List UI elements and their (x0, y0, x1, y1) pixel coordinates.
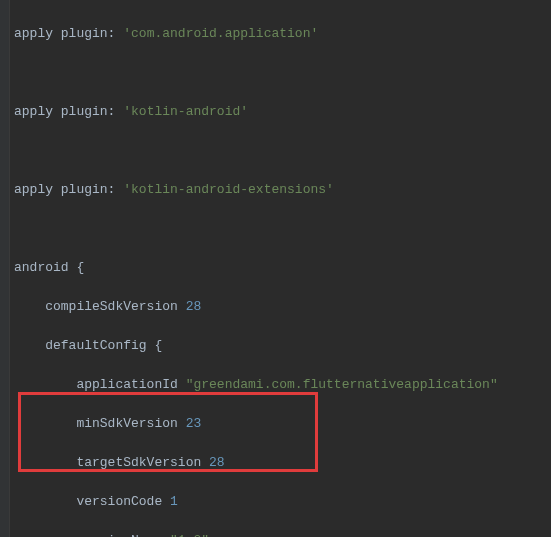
number: 23 (186, 416, 202, 431)
text: compileSdkVersion (14, 299, 186, 314)
string: "greendami.com.flutternativeapplication" (186, 377, 498, 392)
editor-gutter (0, 0, 10, 537)
code-line[interactable]: versionCode 1 (14, 492, 551, 512)
code-line[interactable] (14, 219, 551, 239)
code-line[interactable] (14, 63, 551, 83)
code-editor[interactable]: apply plugin: 'com.android.application' … (0, 0, 551, 537)
code-line[interactable]: apply plugin: 'kotlin-android-extensions… (14, 180, 551, 200)
keyword: apply (14, 104, 53, 119)
number: 1 (170, 494, 178, 509)
code-line[interactable]: minSdkVersion 23 (14, 414, 551, 434)
string: 'com.android.application' (123, 26, 318, 41)
code-line[interactable]: apply plugin: 'kotlin-android' (14, 102, 551, 122)
text: minSdkVersion (14, 416, 186, 431)
text: plugin: (53, 104, 123, 119)
text: plugin: (53, 182, 123, 197)
number: 28 (209, 455, 225, 470)
text: android { (14, 260, 84, 275)
text: versionName (14, 533, 170, 538)
text: versionCode (14, 494, 170, 509)
number: 28 (186, 299, 202, 314)
code-line[interactable]: targetSdkVersion 28 (14, 453, 551, 473)
text: plugin: (53, 26, 123, 41)
string: 'kotlin-android' (123, 104, 248, 119)
text: applicationId (14, 377, 186, 392)
code-line[interactable]: android { (14, 258, 551, 278)
text: targetSdkVersion (14, 455, 209, 470)
text: defaultConfig { (14, 338, 162, 353)
code-line[interactable]: defaultConfig { (14, 336, 551, 356)
code-line[interactable]: versionName "1.0" (14, 531, 551, 538)
code-line[interactable]: apply plugin: 'com.android.application' (14, 24, 551, 44)
keyword: apply (14, 182, 53, 197)
keyword: apply (14, 26, 53, 41)
code-line[interactable]: applicationId "greendami.com.flutternati… (14, 375, 551, 395)
string: "1.0" (170, 533, 209, 538)
code-line[interactable]: compileSdkVersion 28 (14, 297, 551, 317)
code-line[interactable] (14, 141, 551, 161)
string: 'kotlin-android-extensions' (123, 182, 334, 197)
